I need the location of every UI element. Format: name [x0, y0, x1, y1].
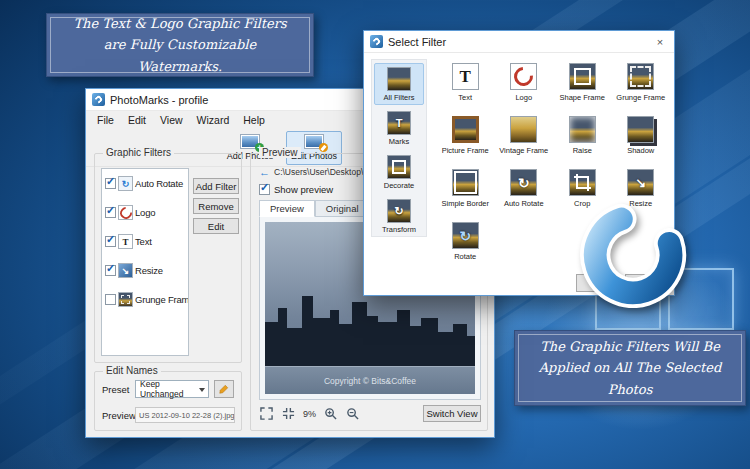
zoom-level: 9%	[303, 409, 316, 419]
preview-controls: 9% Switch View	[259, 405, 481, 422]
rotate-icon	[452, 222, 479, 249]
watermark-text: Copyright © Bits&Coffee	[265, 376, 475, 386]
window-title: PhotoMarks - profile	[110, 94, 208, 106]
menu-view[interactable]: View	[153, 114, 190, 126]
dialog-icon	[370, 35, 383, 48]
photomarks-logo	[576, 202, 694, 312]
chevron-down-icon	[199, 388, 205, 392]
dialog-close-button[interactable]: ×	[646, 31, 674, 52]
graphic-filters-group: Graphic Filters ✓ Auto Rotate ✓ Logo ✓ T…	[94, 153, 242, 363]
decorate-icon	[387, 155, 411, 179]
checkbox[interactable]: ✓	[105, 207, 116, 218]
filter-item-label: Resize	[135, 265, 163, 276]
filter-option-rotate[interactable]: Rotate	[436, 222, 495, 268]
add-filter-button[interactable]: Add Filter	[193, 178, 239, 194]
switch-view-button[interactable]: Switch View	[423, 405, 481, 422]
logo-filter-icon	[510, 63, 537, 90]
filter-item-label: Text	[135, 236, 152, 247]
all-filters-icon	[387, 67, 411, 91]
filter-option-raise[interactable]: Raise	[553, 116, 612, 162]
transform-icon	[387, 199, 411, 223]
checkbox[interactable]: ✓	[105, 265, 116, 276]
preset-dropdown[interactable]: Keep Unchanged	[135, 380, 209, 398]
filter-option-picture-frame[interactable]: Picture Frame	[436, 116, 495, 162]
check-icon: ✓	[106, 175, 115, 188]
fit-selection-icon[interactable]	[281, 406, 296, 421]
filter-option-label: Auto Rotate	[504, 199, 544, 208]
simple-border-icon	[452, 169, 479, 196]
filter-option-text[interactable]: Text	[436, 63, 495, 109]
text-filter-icon	[452, 63, 479, 90]
edit-button[interactable]: Edit	[193, 218, 239, 234]
show-preview-label: Show preview	[274, 184, 333, 195]
menu-edit[interactable]: Edit	[121, 114, 153, 126]
filter-option-label: Logo	[515, 93, 532, 102]
show-preview-checkbox[interactable]: ✓	[259, 184, 270, 195]
pencil-icon	[319, 143, 328, 152]
raise-icon	[569, 116, 596, 143]
menu-wizard[interactable]: Wizard	[190, 114, 237, 126]
filter-option-shape-frame[interactable]: Shape Frame	[553, 63, 612, 109]
edit-names-group: Edit Names Preset Keep Unchanged Preview…	[94, 371, 242, 431]
zoom-in-icon[interactable]	[323, 406, 338, 421]
preview-filename: US 2012-09-10 22-28 (2).jpg	[135, 407, 235, 423]
resize-icon	[118, 263, 133, 278]
check-icon: ✓	[106, 233, 115, 246]
group-title: Edit Names	[103, 365, 161, 376]
dialog-title: Select Filter	[388, 36, 446, 48]
fit-screen-icon[interactable]	[259, 406, 274, 421]
filter-item-text[interactable]: ✓ Text	[102, 227, 188, 256]
menu-help[interactable]: Help	[236, 114, 272, 126]
callout-bottom: The Graphic Filters Will Be Applied on A…	[514, 330, 746, 406]
checkbox[interactable]: ✓	[105, 236, 116, 247]
filter-option-vintage-frame[interactable]: Vintage Frame	[495, 116, 554, 162]
callout-top: The Text & Logo Graphic Filters are Full…	[46, 13, 314, 77]
resize-icon	[627, 169, 654, 196]
filter-item-grunge-frame[interactable]: ✓ Grunge Frame	[102, 285, 188, 314]
filter-item-label: Logo	[135, 207, 155, 218]
preset-value: Keep Unchanged	[140, 379, 196, 399]
dialog-title-bar[interactable]: Select Filter ×	[364, 31, 674, 53]
remove-button[interactable]: Remove	[193, 198, 239, 214]
filter-item-auto-rotate[interactable]: ✓ Auto Rotate	[102, 169, 188, 198]
preview-name-label: Preview	[102, 410, 136, 421]
category-transform[interactable]: Transform	[374, 195, 424, 237]
marks-icon	[387, 111, 411, 135]
check-icon: ✓	[106, 204, 115, 217]
crop-icon	[569, 169, 596, 196]
category-all-filters[interactable]: All Filters	[374, 63, 424, 105]
preset-label: Preset	[102, 384, 129, 395]
edit-preset-button[interactable]	[214, 380, 234, 398]
filter-item-resize[interactable]: ✓ Resize	[102, 256, 188, 285]
category-marks[interactable]: Marks	[374, 107, 424, 149]
filter-option-label: Shadow	[627, 146, 654, 155]
desktop: The Text & Logo Graphic Filters are Full…	[0, 0, 750, 469]
filter-option-label: Raise	[573, 146, 592, 155]
auto-rotate-icon	[118, 176, 133, 191]
category-label: Marks	[389, 137, 409, 146]
filter-option-shadow[interactable]: Shadow	[612, 116, 671, 162]
preview-tabs: Preview Original	[259, 200, 370, 217]
filter-option-logo[interactable]: Logo	[495, 63, 554, 109]
checkbox[interactable]: ✓	[105, 178, 116, 189]
text-icon	[118, 234, 133, 249]
zoom-out-icon[interactable]	[345, 406, 360, 421]
tab-original[interactable]: Original	[315, 200, 370, 217]
filter-item-logo[interactable]: ✓ Logo	[102, 198, 188, 227]
filter-categories: All Filters Marks Decorate Transform	[371, 59, 427, 237]
app-icon	[92, 93, 105, 106]
category-decorate[interactable]: Decorate	[374, 151, 424, 193]
menu-file[interactable]: File	[90, 114, 121, 126]
filter-option-label: Picture Frame	[442, 146, 489, 155]
filter-option-grunge-frame[interactable]: Grunge Frame	[612, 63, 671, 109]
tab-preview[interactable]: Preview	[259, 200, 315, 217]
grunge-frame-icon	[118, 292, 133, 307]
vintage-frame-icon	[510, 116, 537, 143]
filter-option-simple-border[interactable]: Simple Border	[436, 169, 495, 215]
shadow-icon	[627, 116, 654, 143]
back-icon[interactable]: ←	[259, 166, 270, 178]
category-label: Transform	[382, 225, 416, 234]
filter-option-label: Shape Frame	[560, 93, 605, 102]
filter-option-auto-rotate[interactable]: Auto Rotate	[495, 169, 554, 215]
checkbox[interactable]: ✓	[105, 294, 116, 305]
